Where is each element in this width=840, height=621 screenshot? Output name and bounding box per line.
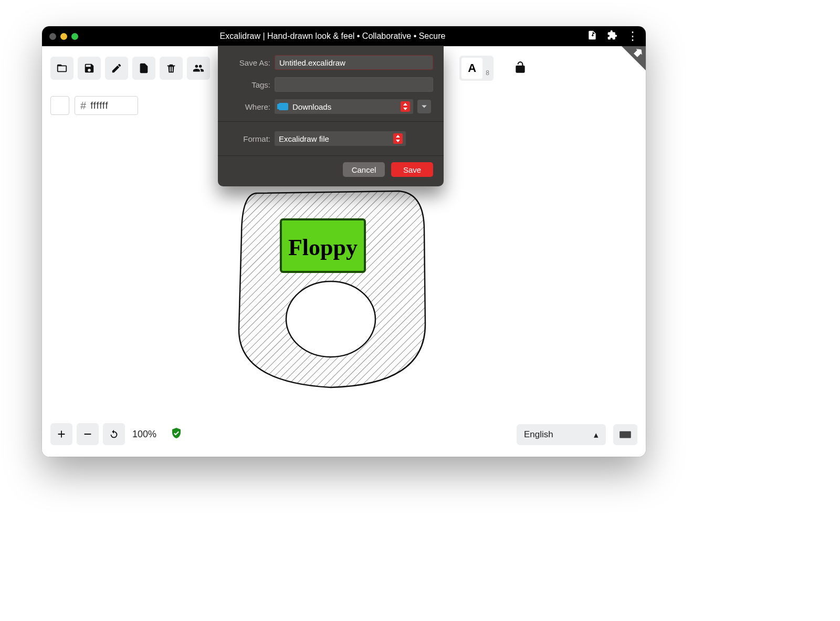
language-value: English — [524, 429, 553, 440]
svg-point-1 — [286, 281, 375, 357]
zoom-controls: 100% — [50, 423, 183, 445]
label-text: Floppy — [288, 235, 358, 260]
floppy-drawing: Floppy — [226, 172, 436, 395]
format-value: Excalidraw file — [279, 134, 329, 143]
expand-dialog-button[interactable] — [417, 100, 431, 113]
filename-input[interactable] — [275, 55, 433, 70]
zoom-in-button[interactable] — [50, 423, 72, 445]
saveas-label: Save As: — [228, 58, 270, 67]
where-value: Downloads — [292, 102, 331, 111]
minimize-window-dot[interactable] — [60, 33, 67, 40]
titlebar: Excalidraw | Hand-drawn look & feel • Co… — [42, 26, 646, 46]
zoom-readout: 100% — [132, 429, 156, 440]
tags-label: Tags: — [228, 80, 270, 89]
chevron-up-icon: ▴ — [594, 429, 598, 440]
shield-icon[interactable] — [170, 427, 183, 441]
updown-icon — [393, 133, 403, 144]
app-window: Excalidraw | Hand-drawn look & feel • Co… — [42, 26, 646, 457]
content-area: A 8 # ffffff — [42, 46, 646, 457]
format-select[interactable]: Excalidraw file — [275, 131, 406, 146]
window-controls — [49, 33, 78, 40]
window-title: Excalidraw | Hand-drawn look & feel • Co… — [78, 31, 587, 41]
language-select[interactable]: English ▴ — [517, 424, 606, 445]
save-button[interactable]: Save — [391, 162, 433, 177]
zoom-window-dot[interactable] — [71, 33, 78, 40]
zoom-out-button[interactable] — [77, 423, 99, 445]
folder-icon — [279, 103, 288, 110]
download-file-icon[interactable] — [587, 30, 597, 43]
format-label: Format: — [228, 134, 270, 143]
updown-icon — [401, 101, 410, 112]
tags-input[interactable] — [275, 77, 433, 92]
where-select[interactable]: Downloads — [275, 99, 413, 114]
keyboard-shortcuts-button[interactable] — [613, 424, 637, 445]
zoom-reset-button[interactable] — [103, 423, 125, 445]
cancel-button[interactable]: Cancel — [343, 162, 385, 177]
save-dialog: Save As: Tags: Where: Downloads — [218, 46, 444, 186]
extensions-icon[interactable] — [607, 30, 617, 43]
close-window-dot[interactable] — [49, 33, 56, 40]
where-label: Where: — [228, 102, 270, 111]
browser-menu-icon[interactable]: ⋮ — [627, 30, 638, 42]
